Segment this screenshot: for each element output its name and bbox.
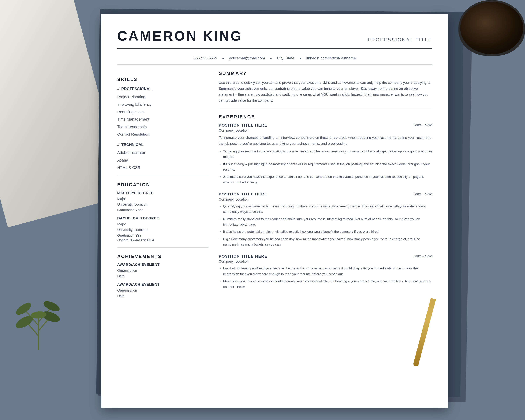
exp-header-3: POSITION TITLE HERE Date – Date bbox=[219, 254, 432, 259]
achievement-block-2: AWARD/ACHIEVEMENT Organization Date bbox=[117, 282, 208, 299]
exp-position-1: POSITION TITLE HERE bbox=[219, 123, 267, 128]
achievement-block-1: AWARD/ACHIEVEMENT Organization Date bbox=[117, 263, 208, 279]
achievement-date-2: Date bbox=[117, 293, 208, 299]
skills-section-title: SKILLS bbox=[117, 77, 208, 82]
achievements-section-title: ACHIEVEMENTS bbox=[117, 254, 208, 259]
professional-skills-label: // PROFESSIONAL bbox=[117, 87, 208, 91]
slash-professional: // bbox=[117, 87, 119, 91]
contact-dot-3 bbox=[300, 57, 301, 59]
skill-item-1: Project Planning bbox=[117, 94, 208, 100]
exp-position-2: POSITION TITLE HERE bbox=[219, 192, 267, 196]
achievement-org-2: Organization bbox=[117, 288, 208, 293]
bullet-2-3: It also helps the potential employer vis… bbox=[223, 229, 432, 234]
exp-desc-1: To increase your chances of landing an i… bbox=[219, 135, 432, 147]
technical-label-text: TECHNICAL bbox=[121, 142, 143, 147]
contact-dot-1 bbox=[222, 57, 224, 59]
exp-header-1: POSITION TITLE HERE Date – Date bbox=[219, 123, 432, 128]
skill-item-6: Conflict Resolution bbox=[117, 132, 208, 137]
slash-technical: // bbox=[117, 142, 119, 147]
right-column: SUMMARY Use this area to quickly sell yo… bbox=[219, 71, 432, 299]
experience-entry-3: POSITION TITLE HERE Date – Date Company,… bbox=[219, 254, 432, 289]
bachelors-honors: Honors, Awards or GPA bbox=[117, 238, 208, 242]
education-section-title: EDUCATION bbox=[117, 182, 208, 187]
contact-linkedin: linkedin.com/in/first-lastname bbox=[306, 56, 356, 61]
technical-skills-label: // TECHNICAL bbox=[117, 142, 208, 147]
masters-major: Major bbox=[117, 196, 208, 202]
skill-item-2: Improving Efficiency bbox=[117, 102, 208, 107]
contact-phone: 555.555.5555 bbox=[194, 56, 217, 61]
experience-entry-2: POSITION TITLE HERE Date – Date Company,… bbox=[219, 192, 432, 247]
professional-label-text: PROFESSIONAL bbox=[121, 87, 152, 91]
summary-section-title: SUMMARY bbox=[219, 71, 432, 76]
bullet-2-2: Numbers really stand out to the reader a… bbox=[223, 216, 432, 227]
svg-point-7 bbox=[14, 301, 33, 317]
bachelors-degree-title: BACHELOR'S DEGREE bbox=[117, 216, 208, 220]
bachelors-graduation: Graduation Year bbox=[117, 233, 208, 238]
exp-bullets-3: Last but not least, proofread your resum… bbox=[219, 266, 432, 289]
exp-header-2: POSITION TITLE HERE Date – Date bbox=[219, 192, 432, 196]
resume-professional-title: PROFESSIONAL TITLE bbox=[368, 37, 432, 44]
bullet-2-4: E.g.: How many customers you helped each… bbox=[223, 236, 432, 247]
svg-point-8 bbox=[42, 299, 61, 313]
masters-degree-title: MASTER'S DEGREE bbox=[117, 191, 208, 195]
bullet-1-2: It's super easy – just highlight the mos… bbox=[223, 161, 432, 172]
tech-item-1: Adobe Illustrator bbox=[117, 150, 208, 156]
achievement-title-2: AWARD/ACHIEVEMENT bbox=[117, 282, 208, 287]
exp-position-3: POSITION TITLE HERE bbox=[219, 254, 267, 259]
left-column: SKILLS // PROFESSIONAL Project Planning … bbox=[117, 71, 208, 299]
exp-bullets-2: Quantifying your achievements means incl… bbox=[219, 204, 432, 247]
tech-item-2: Asana bbox=[117, 158, 208, 163]
exp-company-2: Company, Location bbox=[219, 197, 432, 201]
achievement-org-1: Organization bbox=[117, 268, 208, 273]
coffee-cup bbox=[459, 0, 525, 56]
skill-item-4: Time Management bbox=[117, 117, 208, 122]
resume-name: CAMERON KING bbox=[117, 28, 243, 44]
exp-company-3: Company, Location bbox=[219, 260, 432, 263]
exp-date-2: Date – Date bbox=[413, 192, 432, 196]
bachelors-degree-block: BACHELOR'S DEGREE Major University, Loca… bbox=[117, 216, 208, 242]
bullet-3-1: Last but not least, proofread your resum… bbox=[223, 266, 432, 277]
experience-section-title: EXPERIENCE bbox=[219, 114, 432, 120]
contact-bar: 555.555.5555 youremail@mail.com City, St… bbox=[117, 52, 432, 65]
contact-location: City, State bbox=[277, 56, 294, 61]
masters-degree-block: MASTER'S DEGREE Major University, Locati… bbox=[117, 191, 208, 213]
achievement-title-1: AWARD/ACHIEVEMENT bbox=[117, 263, 208, 267]
resume-header: CAMERON KING PROFESSIONAL TITLE bbox=[117, 28, 432, 49]
coffee-surface bbox=[460, 2, 523, 54]
skill-item-5: Team Leadership bbox=[117, 124, 208, 130]
bachelors-university: University, Location bbox=[117, 227, 208, 233]
exp-date-3: Date – Date bbox=[413, 254, 432, 258]
contact-email: youremail@mail.com bbox=[229, 56, 265, 61]
bullet-1-1: Targeting your resume to the job posting… bbox=[223, 149, 432, 160]
education-divider bbox=[117, 247, 208, 248]
exp-date-1: Date – Date bbox=[413, 123, 432, 127]
bullet-1-3: Just make sure you have the experience t… bbox=[223, 174, 432, 185]
svg-line-1 bbox=[28, 324, 38, 336]
experience-entry-1: POSITION TITLE HERE Date – Date Company,… bbox=[219, 123, 432, 185]
exp-company-1: Company, Location bbox=[219, 129, 432, 132]
plant-decoration bbox=[14, 280, 63, 350]
bullet-2-1: Quantifying your achievements means incl… bbox=[223, 204, 432, 215]
achievement-date-1: Date bbox=[117, 273, 208, 279]
bachelors-major: Major bbox=[117, 221, 208, 227]
skill-item-3: Reducing Costs bbox=[117, 109, 208, 115]
summary-divider bbox=[219, 109, 432, 109]
resume-paper: CAMERON KING PROFESSIONAL TITLE 555.555.… bbox=[102, 14, 448, 408]
tech-item-3: HTML & CSS bbox=[117, 165, 208, 170]
resume-body: SKILLS // PROFESSIONAL Project Planning … bbox=[117, 71, 432, 299]
masters-graduation: Graduation Year bbox=[117, 207, 208, 213]
masters-university: University, Location bbox=[117, 202, 208, 207]
bullet-3-2: Make sure you check the most overlooked … bbox=[223, 279, 432, 289]
exp-bullets-1: Targeting your resume to the job posting… bbox=[219, 149, 432, 185]
summary-text: Use this area to quickly sell yourself a… bbox=[219, 80, 432, 103]
contact-dot-2 bbox=[270, 57, 272, 59]
